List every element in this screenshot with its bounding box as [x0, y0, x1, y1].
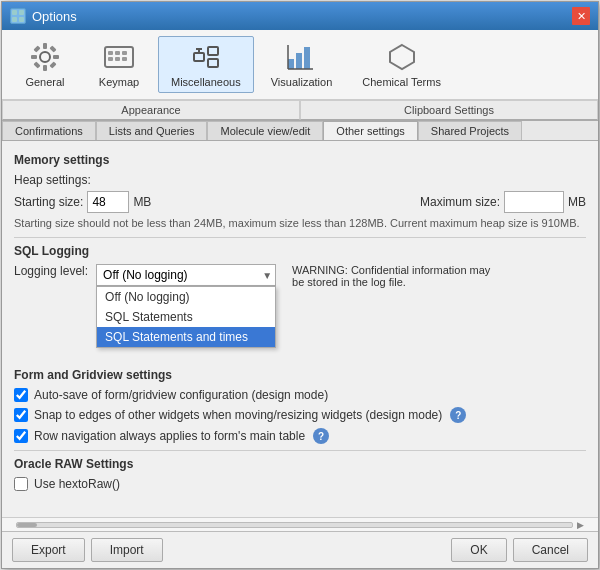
toolbar-item-keymap[interactable]: Keymap: [84, 36, 154, 93]
separator-1: [14, 237, 586, 238]
warning-text: WARNING: Confidential information may be…: [292, 264, 492, 288]
svg-rect-25: [208, 59, 218, 67]
option-off[interactable]: Off (No logging): [97, 287, 275, 307]
starting-size-input[interactable]: [87, 191, 129, 213]
dropdown-arrow-icon: ▼: [262, 270, 272, 281]
section-headers: Appearance Clipboard Settings: [2, 100, 598, 121]
snap-edges-label: Snap to edges of other widgets when movi…: [34, 408, 442, 422]
svg-rect-27: [296, 53, 302, 69]
svg-rect-12: [49, 61, 56, 68]
logging-dropdown[interactable]: Off (No logging) ▼: [96, 264, 276, 286]
miscellaneous-label: Miscellaneous: [171, 76, 241, 88]
tab-confirmations[interactable]: Confirmations: [2, 121, 96, 140]
tab-shared-projects[interactable]: Shared Projects: [418, 121, 522, 140]
svg-rect-5: [43, 43, 47, 49]
scroll-right-arrow[interactable]: ▶: [577, 520, 584, 530]
toolbar-item-chemical-terms[interactable]: Chemical Terms: [349, 36, 454, 93]
sql-logging-title: SQL Logging: [14, 244, 586, 258]
export-button[interactable]: Export: [12, 538, 85, 562]
svg-rect-14: [108, 51, 113, 55]
oracle-raw-title: Oracle RAW Settings: [14, 457, 586, 471]
snap-edges-help-icon[interactable]: ?: [450, 407, 466, 423]
heap-label: Heap settings:: [14, 173, 91, 187]
tab-molecule-view[interactable]: Molecule view/edit: [207, 121, 323, 140]
svg-rect-11: [33, 61, 40, 68]
logging-level-label: Logging level:: [14, 264, 88, 278]
svg-rect-0: [12, 10, 17, 15]
chemical-terms-icon: [386, 41, 418, 73]
svg-rect-28: [304, 47, 310, 69]
dialog-icon: [10, 8, 26, 24]
checkbox-autosave: Auto-save of form/gridview configuration…: [14, 388, 586, 402]
toolbar-item-general[interactable]: General: [10, 36, 80, 93]
svg-marker-31: [390, 45, 414, 69]
bottom-left-buttons: Export Import: [12, 538, 163, 562]
import-button[interactable]: Import: [91, 538, 163, 562]
svg-rect-3: [19, 17, 24, 22]
row-navigation-checkbox[interactable]: [14, 429, 28, 443]
starting-mb-label: MB: [133, 195, 151, 209]
autosave-label: Auto-save of form/gridview configuration…: [34, 388, 328, 402]
dropdown-popup: Off (No logging) SQL Statements SQL Stat…: [96, 286, 276, 348]
max-mb-label: MB: [568, 195, 586, 209]
svg-point-4: [40, 52, 50, 62]
general-label: General: [25, 76, 64, 88]
svg-rect-7: [31, 55, 37, 59]
svg-rect-2: [12, 17, 17, 22]
row-navigation-label: Row navigation always applies to form's …: [34, 429, 305, 443]
tab-lists-queries[interactable]: Lists and Queries: [96, 121, 208, 140]
hextoraw-checkbox[interactable]: [14, 477, 28, 491]
scrollbar-thumb: [17, 523, 37, 527]
snap-edges-checkbox[interactable]: [14, 408, 28, 422]
separator-2: [14, 450, 586, 451]
toolbar: General Keymap: [2, 30, 598, 100]
logging-row: Logging level: Off (No logging) ▼ Off (N…: [14, 264, 586, 288]
bottom-right-buttons: OK Cancel: [451, 538, 588, 562]
max-size-label: Maximum size:: [420, 195, 500, 209]
starting-size-group: Starting size: MB: [14, 191, 151, 213]
svg-rect-6: [43, 65, 47, 71]
svg-rect-18: [115, 57, 120, 61]
checkbox-snap-edges: Snap to edges of other widgets when movi…: [14, 407, 586, 423]
memory-settings-title: Memory settings: [14, 153, 586, 167]
cancel-button[interactable]: Cancel: [513, 538, 588, 562]
form-gridview-title: Form and Gridview settings: [14, 368, 586, 382]
keymap-label: Keymap: [99, 76, 139, 88]
toolbar-item-visualization[interactable]: Visualization: [258, 36, 346, 93]
main-content: Memory settings Heap settings: Starting …: [2, 141, 598, 517]
svg-rect-10: [49, 45, 56, 52]
appearance-header: Appearance: [2, 100, 300, 120]
clipboard-header: Clipboard Settings: [300, 100, 598, 120]
miscellaneous-icon: [190, 41, 222, 73]
svg-rect-1: [19, 10, 24, 15]
bottom-bar: Export Import OK Cancel: [2, 531, 598, 568]
svg-rect-15: [115, 51, 120, 55]
tab-other-settings[interactable]: Other settings: [323, 121, 417, 140]
options-dialog: Options ✕ General: [1, 1, 599, 569]
toolbar-item-miscellaneous[interactable]: Miscellaneous: [158, 36, 254, 93]
general-icon: [29, 41, 61, 73]
svg-rect-9: [33, 45, 40, 52]
form-gridview-section: Form and Gridview settings Auto-save of …: [14, 368, 586, 444]
svg-rect-26: [288, 59, 294, 69]
option-sql-statements[interactable]: SQL Statements: [97, 307, 275, 327]
sub-tabs: Confirmations Lists and Queries Molecule…: [2, 121, 598, 141]
visualization-label: Visualization: [271, 76, 333, 88]
svg-rect-17: [108, 57, 113, 61]
ok-button[interactable]: OK: [451, 538, 506, 562]
autosave-checkbox[interactable]: [14, 388, 28, 402]
max-size-input[interactable]: [504, 191, 564, 213]
checkbox-row-navigation: Row navigation always applies to form's …: [14, 428, 586, 444]
oracle-raw-checkbox-row: Use hextoRaw(): [14, 477, 586, 491]
max-size-group: Maximum size: MB: [420, 191, 586, 213]
svg-rect-19: [122, 57, 127, 61]
close-button[interactable]: ✕: [572, 7, 590, 25]
row-navigation-help-icon[interactable]: ?: [313, 428, 329, 444]
dropdown-wrapper: Off (No logging) ▼ Off (No logging) SQL …: [96, 264, 276, 286]
title-bar: Options ✕: [2, 2, 598, 30]
keymap-icon: [103, 41, 135, 73]
title-bar-left: Options: [10, 8, 77, 24]
heap-settings-row: Heap settings:: [14, 173, 586, 187]
option-sql-times[interactable]: SQL Statements and times: [97, 327, 275, 347]
horizontal-scrollbar[interactable]: ▶: [2, 517, 598, 531]
